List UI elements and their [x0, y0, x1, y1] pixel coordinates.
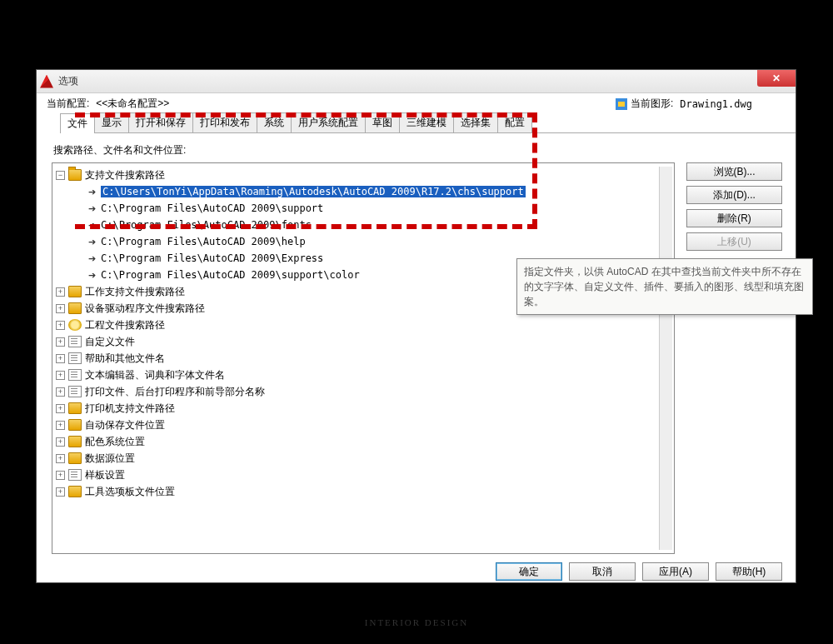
tab-user[interactable]: 用户系统配置	[291, 112, 366, 132]
delete-button[interactable]: 删除(R)	[686, 209, 782, 227]
collapse-icon[interactable]: −	[56, 171, 65, 180]
tree-path: C:\Program Files\AutoCAD 2009\help	[101, 236, 306, 247]
tab-selection[interactable]: 选择集	[453, 112, 498, 132]
file-icon	[68, 336, 82, 347]
folder-icon	[68, 402, 82, 414]
expand-icon[interactable]: +	[56, 471, 65, 480]
ok-button[interactable]: 确定	[496, 562, 562, 581]
tab-open-save[interactable]: 打开和保存	[128, 112, 193, 132]
arrow-icon: ➔	[84, 237, 99, 247]
tree-root-support[interactable]: − 支持文件搜索路径	[54, 167, 659, 183]
profile-value: <<未命名配置>>	[96, 97, 169, 111]
tab-3d[interactable]: 三维建模	[399, 112, 454, 132]
tab-profiles[interactable]: 配置	[497, 112, 532, 132]
side-buttons: 浏览(B)... 添加(D)... 删除(R) 上移(U)	[686, 162, 782, 554]
tree-pane[interactable]: − 支持文件搜索路径 ➔ C:\Users\TonYi\AppData\Roam…	[52, 162, 675, 554]
expand-icon[interactable]: +	[56, 437, 65, 447]
expand-icon[interactable]: +	[56, 487, 65, 497]
profile-label: 当前配置:	[47, 97, 89, 111]
tree-label: 支持文件搜索路径	[85, 168, 165, 182]
file-icon	[68, 352, 82, 364]
window-title: 选项	[58, 74, 78, 88]
tree-item[interactable]: +帮助和其他文件名	[54, 350, 659, 367]
tree-path: C:\Program Files\AutoCAD 2009\support\co…	[101, 269, 360, 281]
arrow-icon: ➔	[84, 203, 99, 214]
tree-label: 文本编辑器、词典和字体文件名	[85, 368, 225, 382]
folder-open-icon	[68, 169, 82, 181]
help-button[interactable]: 帮助(H)	[716, 562, 782, 581]
tab-display[interactable]: 显示	[94, 112, 129, 132]
expand-icon[interactable]: +	[56, 404, 65, 413]
tree-label: 自动保存文件位置	[85, 418, 165, 432]
tree-path: C:\Program Files\AutoCAD 2009\Express	[101, 252, 323, 264]
tree-label: 配色系统位置	[85, 435, 145, 449]
file-icon	[68, 369, 82, 381]
tree-item[interactable]: +配色系统位置	[54, 433, 659, 450]
tree-path-selected: C:\Users\TonYi\AppData\Roaming\Autodesk\…	[101, 186, 526, 197]
drawing-icon	[616, 98, 627, 110]
app-icon	[40, 75, 53, 88]
browse-button[interactable]: 浏览(B)...	[686, 162, 782, 181]
expand-icon[interactable]: +	[56, 321, 65, 330]
tree-item[interactable]: +工具选项板文件位置	[54, 483, 659, 500]
arrow-icon: ➔	[84, 220, 99, 231]
expand-icon[interactable]: +	[56, 287, 65, 297]
tab-drafting[interactable]: 草图	[365, 112, 400, 132]
file-icon	[68, 386, 82, 397]
tree-label: 样板设置	[85, 468, 125, 482]
tree-path-item[interactable]: ➔ C:\Users\TonYi\AppData\Roaming\Autodes…	[54, 183, 659, 200]
close-button[interactable]: ✕	[757, 70, 796, 87]
tab-plot[interactable]: 打印和发布	[192, 112, 257, 132]
tree-item[interactable]: +工程文件搜索路径	[54, 317, 659, 333]
add-button[interactable]: 添加(D)...	[686, 186, 782, 204]
header-row: 当前配置: <<未命名配置>> 当前图形: Drawing1.dwg	[37, 93, 796, 112]
tree-path: C:\Program Files\AutoCAD 2009\fonts	[101, 219, 312, 231]
tree-scrollbar[interactable]	[659, 167, 672, 550]
tree-label: 工程文件搜索路径	[85, 318, 165, 332]
tree-path-item[interactable]: ➔ C:\Program Files\AutoCAD 2009\fonts	[54, 217, 659, 233]
tree-item[interactable]: +打印文件、后台打印程序和前导部分名称	[54, 383, 659, 400]
tree-label: 打印文件、后台打印程序和前导部分名称	[85, 385, 265, 399]
tab-strip: 文件 显示 打开和保存 打印和发布 系统 用户系统配置 草图 三维建模 选择集 …	[60, 112, 796, 133]
drawing-label: 当前图形:	[631, 97, 673, 111]
folder-icon	[68, 419, 82, 431]
tooltip: 指定文件夹，以供 AutoCAD 在其中查找当前文件夹中所不存在的文字字体、自定…	[516, 258, 813, 315]
tree-path-item[interactable]: ➔ C:\Program Files\AutoCAD 2009\help	[54, 233, 659, 250]
arrow-icon: ➔	[84, 187, 99, 197]
expand-icon[interactable]: +	[56, 421, 65, 430]
cancel-button[interactable]: 取消	[569, 562, 636, 581]
tree-label: 设备驱动程序文件搜索路径	[85, 302, 205, 316]
folder-icon	[68, 486, 82, 497]
expand-icon[interactable]: +	[56, 371, 65, 380]
tree-item[interactable]: +样板设置	[54, 467, 659, 483]
expand-icon[interactable]: +	[56, 387, 65, 397]
tree-label: 帮助和其他文件名	[85, 352, 165, 366]
expand-icon[interactable]: +	[56, 454, 65, 463]
folder-icon	[68, 286, 82, 297]
watermark: INTERIOR DESIGN	[0, 617, 833, 627]
folder-icon	[68, 436, 82, 447]
tab-files[interactable]: 文件	[60, 113, 95, 133]
titlebar[interactable]: 选项 ✕	[37, 70, 796, 93]
tree-item[interactable]: +打印机支持文件路径	[54, 400, 659, 417]
arrow-icon: ➔	[84, 270, 99, 281]
expand-icon[interactable]: +	[56, 304, 65, 313]
tree-item[interactable]: +数据源位置	[54, 450, 659, 467]
folder-icon	[68, 452, 82, 464]
tab-system[interactable]: 系统	[257, 112, 292, 132]
drawing-value: Drawing1.dwg	[680, 98, 752, 110]
tree-item[interactable]: +自动保存文件位置	[54, 417, 659, 433]
tree-label: 工作支持文件搜索路径	[85, 285, 185, 299]
tree-label: 自定义文件	[85, 335, 135, 349]
body-label: 搜索路径、文件名和文件位置:	[53, 143, 782, 157]
close-icon: ✕	[772, 72, 781, 84]
file-icon	[68, 469, 82, 481]
tree-item[interactable]: +自定义文件	[54, 333, 659, 350]
tree-item[interactable]: +文本编辑器、词典和字体文件名	[54, 367, 659, 383]
expand-icon[interactable]: +	[56, 354, 65, 363]
tree-path-item[interactable]: ➔ C:\Program Files\AutoCAD 2009\support	[54, 200, 659, 217]
apply-button[interactable]: 应用(A)	[642, 562, 709, 581]
arrow-icon: ➔	[84, 253, 99, 264]
folder-icon	[68, 302, 82, 314]
expand-icon[interactable]: +	[56, 337, 65, 347]
